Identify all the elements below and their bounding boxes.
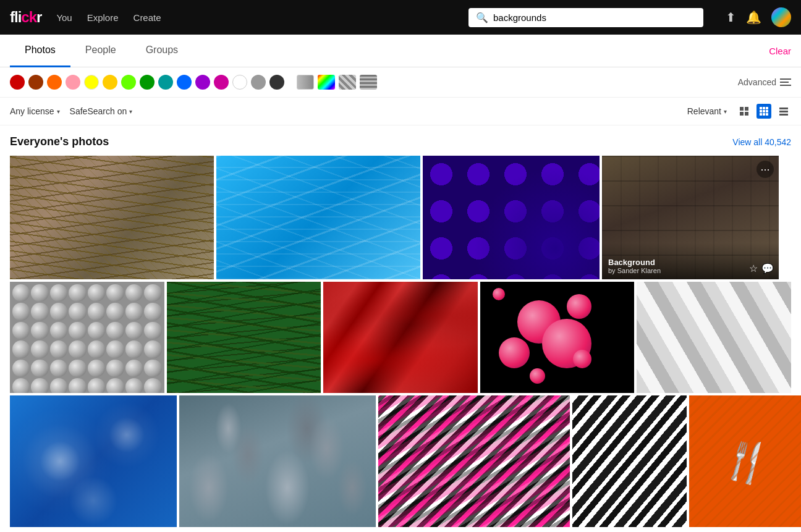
search-input[interactable] bbox=[493, 12, 696, 23]
filter-row: Any license ▾ SafeSearch on ▾ Relevant ▾ bbox=[0, 98, 801, 125]
ball bbox=[50, 322, 67, 339]
ball bbox=[12, 360, 30, 377]
photo-row-1: ··· Background by Sander Klaren ☆ 💬 bbox=[10, 156, 791, 279]
photo-water[interactable] bbox=[216, 156, 420, 279]
avatar[interactable] bbox=[771, 7, 791, 27]
flickr-logo[interactable]: flickr bbox=[10, 9, 41, 26]
main-content: Everyone's photos View all 40,542 ··· Ba… bbox=[0, 125, 801, 532]
comment-btn[interactable]: 💬 bbox=[761, 263, 774, 274]
view-grid-medium[interactable] bbox=[756, 104, 771, 119]
photo-purple-dots[interactable] bbox=[423, 156, 600, 279]
ball bbox=[69, 322, 86, 339]
ball bbox=[12, 303, 30, 320]
ball bbox=[144, 360, 161, 377]
photo-actions: ☆ 💬 bbox=[749, 263, 774, 274]
ball bbox=[12, 322, 30, 339]
color-pattern1[interactable] bbox=[339, 75, 356, 90]
tab-photos[interactable]: Photos bbox=[10, 35, 70, 67]
svg-rect-2 bbox=[740, 112, 744, 116]
sort-chevron: ▾ bbox=[724, 108, 727, 115]
color-black[interactable] bbox=[269, 75, 284, 90]
top-nav: flickr You Explore Create 🔍 ⬆ 🔔 bbox=[0, 0, 801, 35]
ball bbox=[125, 303, 143, 320]
svg-rect-1 bbox=[745, 107, 748, 111]
photo-blue-ripple[interactable] bbox=[10, 395, 177, 527]
color-multicolor[interactable] bbox=[318, 75, 335, 90]
photo-pebbles[interactable] bbox=[179, 395, 376, 527]
photo-grass[interactable] bbox=[10, 156, 214, 279]
color-lime[interactable] bbox=[121, 75, 136, 90]
ball bbox=[88, 284, 105, 302]
photo-row-3: 🍴 bbox=[10, 395, 791, 527]
sort-label: Relevant bbox=[687, 106, 721, 116]
photo-title: Background bbox=[608, 258, 773, 267]
photo-pink-hearts[interactable] bbox=[480, 282, 635, 393]
color-yellow[interactable] bbox=[84, 75, 99, 90]
svg-rect-9 bbox=[766, 110, 768, 112]
advanced-filter-btn[interactable]: Advanced bbox=[738, 77, 791, 87]
color-blue[interactable] bbox=[177, 75, 192, 90]
color-green[interactable] bbox=[140, 75, 155, 90]
tab-people[interactable]: People bbox=[70, 35, 131, 67]
ball bbox=[106, 360, 124, 377]
ball bbox=[31, 303, 48, 320]
clear-button[interactable]: Clear bbox=[769, 46, 791, 56]
ball bbox=[12, 378, 30, 393]
view-list[interactable] bbox=[776, 104, 791, 119]
ball bbox=[50, 284, 67, 302]
color-gold[interactable] bbox=[103, 75, 117, 90]
ball bbox=[88, 340, 105, 358]
color-white[interactable] bbox=[232, 75, 247, 90]
color-magenta[interactable] bbox=[214, 75, 229, 90]
license-dropdown[interactable]: Any license ▾ bbox=[10, 106, 60, 116]
notifications-icon[interactable]: 🔔 bbox=[746, 10, 761, 25]
color-teal[interactable] bbox=[158, 75, 173, 90]
photo-silver-balls[interactable] bbox=[10, 282, 164, 393]
ball bbox=[50, 303, 67, 320]
view-grid-small[interactable] bbox=[737, 104, 752, 119]
fork-knife-graphic: 🍴 bbox=[689, 395, 801, 527]
view-all-link[interactable]: View all 40,542 bbox=[732, 137, 791, 147]
color-red[interactable] bbox=[10, 75, 25, 90]
svg-rect-15 bbox=[779, 114, 788, 116]
nav-you[interactable]: You bbox=[56, 12, 72, 23]
photo-zebra-pink[interactable] bbox=[378, 395, 570, 527]
ball bbox=[88, 360, 105, 377]
ball bbox=[106, 303, 124, 320]
svg-rect-7 bbox=[760, 110, 762, 112]
sort-dropdown[interactable]: Relevant ▾ bbox=[687, 106, 727, 116]
view-controls: Relevant ▾ bbox=[687, 104, 791, 119]
photo-silver-pattern[interactable] bbox=[637, 282, 791, 393]
photo-roof[interactable]: ··· Background by Sander Klaren ☆ 💬 bbox=[602, 156, 779, 279]
ball bbox=[125, 322, 143, 339]
more-options-btn[interactable]: ··· bbox=[756, 161, 774, 178]
section-title: Everyone's photos bbox=[10, 135, 109, 148]
ball bbox=[12, 340, 30, 358]
photo-fork-orange[interactable]: 🍴 bbox=[689, 395, 801, 527]
svg-rect-8 bbox=[763, 110, 765, 112]
upload-icon[interactable]: ⬆ bbox=[726, 10, 736, 25]
nav-create[interactable]: Create bbox=[134, 12, 161, 23]
color-gray[interactable] bbox=[251, 75, 266, 90]
color-pattern2[interactable] bbox=[360, 75, 377, 90]
color-orange[interactable] bbox=[47, 75, 62, 90]
filter-lines-icon bbox=[780, 78, 791, 86]
safesearch-label: SafeSearch on bbox=[70, 106, 127, 116]
ball bbox=[88, 303, 105, 320]
color-dark-red[interactable] bbox=[28, 75, 43, 90]
photo-red-wave[interactable] bbox=[323, 282, 478, 393]
star-btn[interactable]: ☆ bbox=[749, 263, 758, 274]
color-purple[interactable] bbox=[195, 75, 210, 90]
ball bbox=[125, 360, 143, 377]
photo-zebra-bw[interactable] bbox=[572, 395, 687, 527]
photo-green-grass[interactable] bbox=[167, 282, 321, 393]
safesearch-dropdown[interactable]: SafeSearch on ▾ bbox=[70, 106, 133, 116]
tab-groups[interactable]: Groups bbox=[131, 35, 193, 67]
color-tones[interactable] bbox=[297, 75, 314, 90]
ball bbox=[50, 378, 67, 393]
ball bbox=[88, 322, 105, 339]
color-pink[interactable] bbox=[66, 75, 80, 90]
nav-explore[interactable]: Explore bbox=[87, 12, 119, 23]
ball bbox=[31, 340, 48, 358]
search-bar: 🔍 bbox=[468, 8, 703, 27]
